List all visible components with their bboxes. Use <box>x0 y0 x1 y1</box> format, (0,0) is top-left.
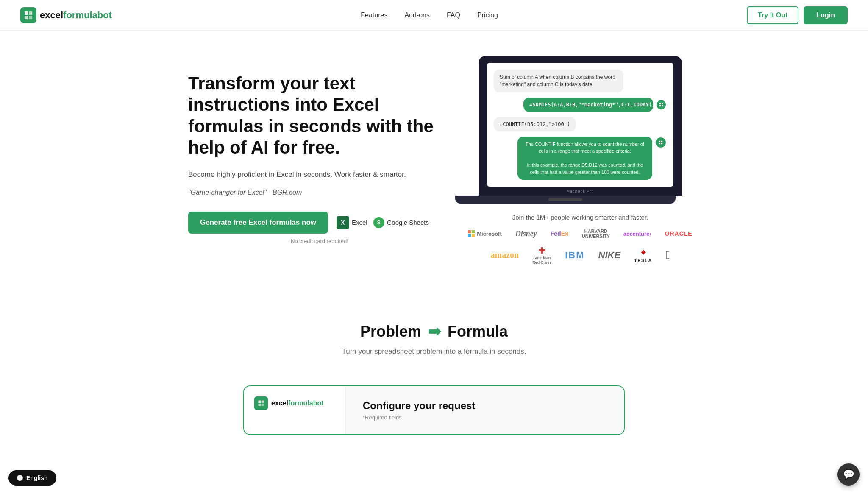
demo-title: Configure your request <box>363 400 607 412</box>
excel-label: Excel <box>352 219 367 226</box>
oracle-logo: ORACLE <box>665 230 693 237</box>
no-cc-text: No credit card required! <box>188 238 451 244</box>
svg-rect-14 <box>258 403 261 406</box>
svg-rect-6 <box>659 105 661 106</box>
nav-faq[interactable]: FAQ <box>447 11 460 19</box>
laptop-body: Sum of column A when column B contains t… <box>479 56 682 196</box>
hero-right: Sum of column A when column B contains t… <box>464 56 697 272</box>
laptop-screen: Sum of column A when column B contains t… <box>487 63 673 187</box>
hero-section: Transform your text instructions into Ex… <box>137 31 731 297</box>
problem-label: Problem <box>360 323 421 340</box>
svg-rect-15 <box>262 403 264 406</box>
logo-link[interactable]: excelformulabot <box>20 7 112 23</box>
chat-bubble-user-2: =COUNTIF(D5:D12,">100") <box>494 117 576 131</box>
chat-area: Sum of column A when column B contains t… <box>494 70 667 180</box>
svg-rect-2 <box>25 16 28 19</box>
svg-rect-1 <box>29 11 32 15</box>
sheets-icon: S <box>373 217 384 228</box>
chat-bubble-bot-2: The COUNTIF function allows you to count… <box>517 137 652 180</box>
laptop-base <box>455 196 676 204</box>
apple-logo:  <box>666 248 670 262</box>
integrations: X Excel S Google Sheets <box>337 216 429 229</box>
demo-left: excelformulabot <box>244 386 346 434</box>
svg-rect-10 <box>659 143 660 144</box>
svg-rect-5 <box>662 103 663 104</box>
demo-section: excelformulabot Configure your request *… <box>0 373 868 461</box>
navbar: excelformulabot Features Add-ons FAQ Pri… <box>0 0 868 31</box>
hero-left: Transform your text instructions into Ex… <box>188 56 451 244</box>
ibm-logo: IBM <box>565 250 584 261</box>
bot-avatar-2 <box>655 137 667 148</box>
svg-rect-7 <box>662 105 663 106</box>
bot-avatar-1 <box>656 99 667 110</box>
hero-heading: Transform your text instructions into Ex… <box>188 73 451 159</box>
logo-icon <box>20 7 36 23</box>
svg-rect-13 <box>262 400 264 403</box>
pf-subtext: Turn your spreadsheet problem into a for… <box>17 347 851 356</box>
nav-addons[interactable]: Add-ons <box>404 11 430 19</box>
demo-card: excelformulabot Configure your request *… <box>243 385 625 435</box>
disney-logo: Disney <box>515 229 537 238</box>
demo-subtitle: *Required fields <box>363 414 607 421</box>
svg-rect-11 <box>661 143 662 144</box>
problem-formula-section: Problem ➡ Formula Turn your spreadsheet … <box>0 297 868 373</box>
logo-text: excelformulabot <box>40 10 112 21</box>
fedex-logo: FedEx <box>551 230 568 237</box>
svg-rect-3 <box>29 16 32 19</box>
nike-logo: NIKE <box>598 250 621 261</box>
laptop-brand: MacBook Pro <box>487 187 673 196</box>
chat-bubble-user-1: Sum of column A when column B contains t… <box>494 70 623 92</box>
excel-icon: X <box>337 216 349 229</box>
svg-rect-12 <box>258 400 261 403</box>
nav-pricing[interactable]: Pricing <box>477 11 498 19</box>
social-proof-text: Join the 1M+ people working smarter and … <box>464 214 697 221</box>
svg-rect-0 <box>25 11 28 15</box>
demo-logo-text: excelformulabot <box>271 399 324 407</box>
svg-rect-8 <box>659 141 660 142</box>
sheets-label: Google Sheets <box>387 219 429 226</box>
svg-rect-9 <box>661 141 662 142</box>
social-proof: Join the 1M+ people working smarter and … <box>464 214 697 265</box>
demo-logo-icon <box>254 396 268 410</box>
logo-bold: excel <box>40 10 63 20</box>
arrow-icon: ➡ <box>428 323 441 340</box>
hero-cta: Generate free Excel formulas now X Excel… <box>188 212 451 234</box>
microsoft-logo: Microsoft <box>468 230 502 237</box>
nav-links: Features Add-ons FAQ Pricing <box>361 11 498 19</box>
logo-accent: formulabot <box>63 10 112 20</box>
tesla-logo: ⌖ TESLA <box>634 248 652 263</box>
hero-subtext: Become highly proficient in Excel in sec… <box>188 169 451 180</box>
sheets-badge: S Google Sheets <box>373 217 429 228</box>
demo-right: Configure your request *Required fields <box>346 386 624 434</box>
demo-logo: excelformulabot <box>254 396 335 410</box>
amazon-logo: amazon <box>491 250 519 260</box>
accenture-logo: accenture› <box>623 231 651 237</box>
hero-quote: "Game-changer for Excel" - BGR.com <box>188 189 451 196</box>
chat-bubble-bot-1: =SUMIFS(A:A,B:B,"*marketing*",C:C,TODAY(… <box>523 98 653 112</box>
redcross-logo: ✚ AmericanRed Cross <box>532 246 551 265</box>
formula-label: Formula <box>448 323 508 340</box>
laptop-mockup: Sum of column A when column B contains t… <box>464 56 697 196</box>
nav-features[interactable]: Features <box>361 11 387 19</box>
nav-actions: Try It Out Login <box>747 6 848 24</box>
laptop-notch <box>548 198 582 201</box>
logos-row-2: amazon ✚ AmericanRed Cross IBM NIKE ⌖ TE… <box>464 246 697 265</box>
svg-rect-4 <box>659 103 661 104</box>
excel-badge: X Excel <box>337 216 367 229</box>
logos-row-1: Microsoft Disney FedEx HARVARDUNIVERSITY… <box>464 229 697 239</box>
try-it-out-button[interactable]: Try It Out <box>747 6 798 24</box>
login-button[interactable]: Login <box>804 6 848 24</box>
generate-button[interactable]: Generate free Excel formulas now <box>188 212 328 234</box>
harvard-logo: HARVARDUNIVERSITY <box>582 229 610 239</box>
pf-title: Problem ➡ Formula <box>17 323 851 340</box>
